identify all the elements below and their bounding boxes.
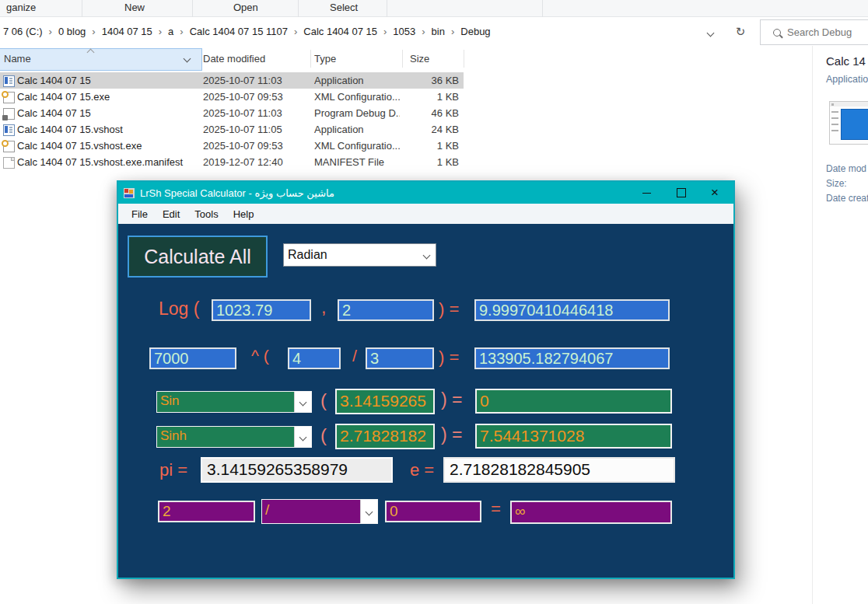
hyperbolic-function-select[interactable]: Sinh xyxy=(156,426,312,448)
window-title: LrSh Special Calculator - ماشین حساب ویژ… xyxy=(140,187,334,199)
preview-thumbnail-icon xyxy=(829,101,868,145)
maximize-icon xyxy=(677,188,686,197)
table-row[interactable]: Calc 1404 07 15.vshost 2025-10-07 11:05 … xyxy=(0,121,464,138)
address-dropdown-icon[interactable] xyxy=(707,30,715,37)
ribbon-group-organize[interactable]: ganize xyxy=(6,0,36,17)
power-numerator-input[interactable]: 4 xyxy=(288,347,341,369)
file-name: Calc 1404 07 15.vshost xyxy=(17,121,192,138)
search-icon xyxy=(773,29,781,37)
breadcrumb[interactable]: 7 06 (C:)› 0 blog› 1404 07 15› a› Calc 1… xyxy=(3,17,491,46)
calculate-all-button[interactable]: Calculate All xyxy=(128,236,268,278)
combo-button[interactable] xyxy=(294,427,311,447)
breadcrumb-segment[interactable]: bin xyxy=(432,26,445,37)
custom-equals-label: = xyxy=(491,499,501,519)
column-separator xyxy=(402,50,403,68)
filter-dropdown-icon[interactable] xyxy=(184,55,191,63)
custom-operand1-input[interactable]: 2 xyxy=(158,501,255,522)
breadcrumb-segment[interactable]: Debug xyxy=(460,26,490,37)
close-button[interactable]: × xyxy=(702,182,728,204)
e-value-field[interactable]: 2.71828182845905 xyxy=(443,457,675,483)
table-row[interactable]: Calc 1404 07 15.vshost.exe.manifest 2019… xyxy=(0,154,464,170)
power-base-input[interactable]: 7000 xyxy=(149,347,236,369)
table-row[interactable]: Calc 1404 07 15.exe 2025-10-07 09:53 XML… xyxy=(0,89,464,105)
breadcrumb-chevron-icon: › xyxy=(422,26,425,37)
column-header-type[interactable]: Type xyxy=(314,48,336,69)
file-list: Calc 1404 07 15 2025-10-07 11:03 Applica… xyxy=(0,72,812,170)
title-bar[interactable]: LrSh Special Calculator - ماشین حساب ویژ… xyxy=(118,182,733,204)
trig-result-field[interactable]: 0 xyxy=(475,389,672,414)
breadcrumb-segment[interactable]: a xyxy=(168,26,173,37)
trig-arg-input[interactable]: 3.14159265 xyxy=(335,389,435,414)
breadcrumb-segment[interactable]: Calc 1404 07 15 xyxy=(303,26,377,37)
address-bar-row: 7 06 (C:)› 0 blog› 1404 07 15› a› Calc 1… xyxy=(0,17,868,46)
maximize-button[interactable] xyxy=(668,182,695,204)
angle-mode-value: Radian xyxy=(284,248,424,262)
file-name: Calc 1404 07 15.exe xyxy=(17,89,192,105)
log-arg2-input[interactable]: 2 xyxy=(338,299,434,321)
combo-button[interactable] xyxy=(294,392,311,412)
file-type: Application xyxy=(314,72,400,89)
minimize-button[interactable] xyxy=(633,182,660,204)
table-row[interactable]: Calc 1404 07 15.vshost.exe 2025-10-07 09… xyxy=(0,138,464,154)
menu-edit[interactable]: Edit xyxy=(163,208,180,220)
menu-tools[interactable]: Tools xyxy=(194,208,218,220)
angle-mode-select[interactable]: Radian xyxy=(283,243,436,267)
table-row[interactable]: Calc 1404 07 15 2025-10-07 11:03 Applica… xyxy=(0,72,464,89)
log-arg1-input[interactable]: 1023.79 xyxy=(212,299,311,321)
hyperbolic-close-label: ) = xyxy=(441,424,462,445)
menu-help[interactable]: Help xyxy=(233,208,254,220)
breadcrumb-segment[interactable]: 1053 xyxy=(393,26,415,37)
refresh-button[interactable]: ↻ xyxy=(731,23,750,40)
menu-bar: File Edit Tools Help xyxy=(118,204,733,224)
combo-button[interactable] xyxy=(360,500,377,523)
log-label: Log ( xyxy=(159,299,199,319)
plain-file-icon xyxy=(3,157,15,169)
power-operator-label: ^ ( xyxy=(251,347,269,365)
file-type: XML Configuratio... xyxy=(314,89,400,105)
custom-operand2-input[interactable]: 0 xyxy=(385,501,481,522)
file-type: MANIFEST File xyxy=(314,154,400,170)
ribbon-group-select[interactable]: Select xyxy=(330,0,358,17)
custom-result-field[interactable]: ∞ xyxy=(510,501,672,524)
file-modified: 2025-10-07 11:05 xyxy=(203,121,304,138)
preview-detail-label: Date creat xyxy=(826,193,868,204)
file-size: 1 KB xyxy=(393,138,459,154)
column-header-modified[interactable]: Date modified xyxy=(203,48,265,69)
custom-operator-select[interactable]: / xyxy=(261,499,378,524)
power-result-field[interactable]: 133905.182794067 xyxy=(474,347,670,369)
hyperbolic-arg-input[interactable]: 2.71828182 xyxy=(335,424,435,449)
ribbon-toolbar: ganize New Open Select xyxy=(0,0,868,17)
breadcrumb-segment[interactable]: 0 blog xyxy=(58,26,86,37)
file-size: 36 KB xyxy=(393,72,459,89)
menu-file[interactable]: File xyxy=(131,208,148,220)
file-modified: 2025-10-07 09:53 xyxy=(203,89,304,105)
trig-function-value: Sin xyxy=(157,392,294,412)
file-name: Calc 1404 07 15.vshost.exe.manifest xyxy=(17,154,192,170)
file-modified: 2019-12-07 12:40 xyxy=(203,154,304,170)
column-header-size[interactable]: Size xyxy=(410,48,429,69)
breadcrumb-chevron-icon: › xyxy=(451,26,454,37)
breadcrumb-segment[interactable]: 1404 07 15 xyxy=(102,26,152,37)
column-header-name[interactable]: Name xyxy=(0,48,202,71)
log-result-field[interactable]: 9.99970410446418 xyxy=(474,299,670,321)
trig-close-label: ) = xyxy=(441,389,462,410)
ribbon-group-new[interactable]: New xyxy=(124,0,145,17)
search-input[interactable]: Search Debug xyxy=(760,19,868,45)
pi-value-field[interactable]: 3.14159265358979 xyxy=(201,457,393,483)
breadcrumb-segment[interactable]: 7 06 (C:) xyxy=(3,26,43,37)
table-row[interactable]: Calc 1404 07 15 2025-10-07 11:03 Program… xyxy=(0,105,464,121)
pi-label: pi = xyxy=(159,460,187,480)
ribbon-group-open[interactable]: Open xyxy=(233,0,258,17)
application-icon xyxy=(3,75,15,87)
power-denominator-input[interactable]: 3 xyxy=(366,347,434,369)
column-separator xyxy=(310,50,311,68)
breadcrumb-chevron-icon: › xyxy=(383,26,387,37)
chevron-down-icon xyxy=(423,251,431,259)
app-icon xyxy=(124,188,135,198)
config-file-icon xyxy=(3,92,15,103)
file-size: 1 KB xyxy=(393,89,459,105)
hyperbolic-result-field[interactable]: 7.5441371028 xyxy=(475,424,672,449)
breadcrumb-chevron-icon: › xyxy=(180,26,183,37)
trig-function-select[interactable]: Sin xyxy=(156,391,312,413)
breadcrumb-segment[interactable]: Calc 1404 07 15 1107 xyxy=(190,26,288,37)
